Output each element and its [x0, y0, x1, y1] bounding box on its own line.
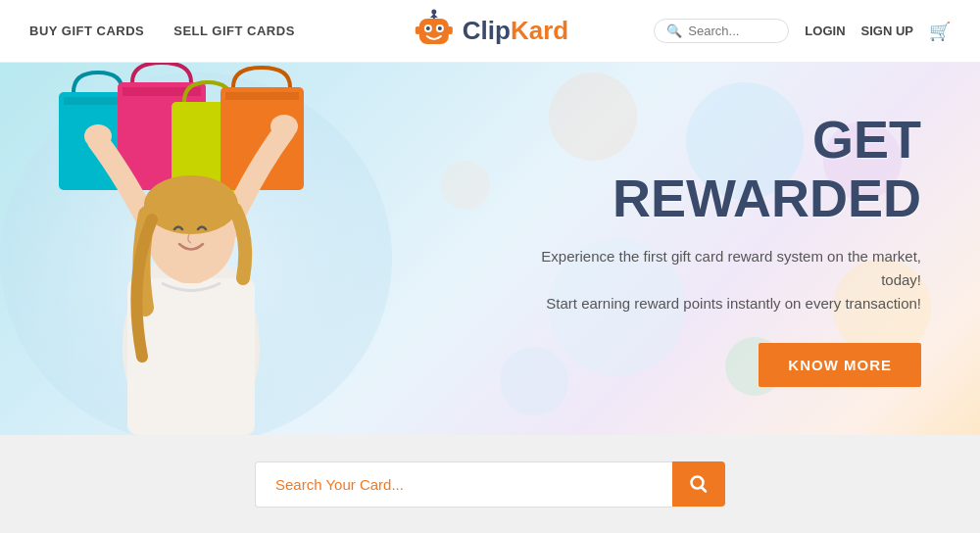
card-search-input[interactable] — [255, 461, 672, 508]
svg-line-25 — [702, 487, 707, 492]
hero-subtitle-line2: Start earning reward points instantly on… — [546, 295, 921, 312]
cart-icon[interactable]: 🛒 — [929, 21, 951, 42]
nav-sell-gift-cards[interactable]: SELL GIFT CARDS — [173, 24, 295, 38]
svg-point-5 — [426, 26, 430, 30]
nav-right: 🔍 LOGIN SIGN UP 🛒 — [654, 19, 951, 43]
hero-content: GET REWARDED Experience the first gift c… — [510, 63, 941, 435]
hero-figure-svg — [0, 63, 470, 435]
hero-title: GET REWARDED — [510, 111, 921, 227]
hero-section: GET REWARDED Experience the first gift c… — [0, 63, 980, 435]
svg-point-18 — [270, 115, 298, 138]
nav-search-icon: 🔍 — [666, 24, 682, 38]
hero-subtitle-line1: Experience the first gift card reward sy… — [541, 248, 921, 288]
svg-rect-7 — [416, 26, 420, 34]
nav-search-input[interactable] — [688, 24, 776, 38]
svg-rect-2 — [419, 19, 449, 44]
navbar: BUY GIFT CARDS SELL GIFT CARDS ClipKard — [0, 0, 980, 63]
nav-left-links: BUY GIFT CARDS SELL GIFT CARDS — [29, 24, 295, 38]
signup-link[interactable]: SIGN UP — [861, 24, 913, 38]
card-search-button[interactable] — [672, 461, 725, 507]
svg-point-23 — [144, 175, 238, 234]
logo-kard: Kard — [511, 16, 568, 45]
nav-buy-gift-cards[interactable]: BUY GIFT CARDS — [29, 24, 144, 38]
hero-image — [0, 63, 470, 435]
bottom-search-section — [0, 435, 980, 533]
svg-point-6 — [438, 26, 442, 30]
nav-search-bar[interactable]: 🔍 — [654, 19, 789, 43]
logo-clip: Clip — [463, 16, 511, 45]
search-icon — [690, 475, 708, 493]
card-search-wrapper — [255, 461, 725, 508]
logo-text: ClipKard — [463, 16, 568, 46]
hero-subtitle: Experience the first gift card reward sy… — [510, 245, 921, 315]
login-link[interactable]: LOGIN — [805, 24, 845, 38]
know-more-button[interactable]: KNOW MORE — [759, 343, 921, 387]
svg-point-1 — [431, 9, 436, 14]
svg-rect-16 — [225, 92, 299, 100]
svg-point-17 — [84, 124, 112, 148]
svg-rect-8 — [448, 26, 453, 34]
logo-icon — [412, 9, 457, 54]
logo[interactable]: ClipKard — [412, 9, 568, 54]
